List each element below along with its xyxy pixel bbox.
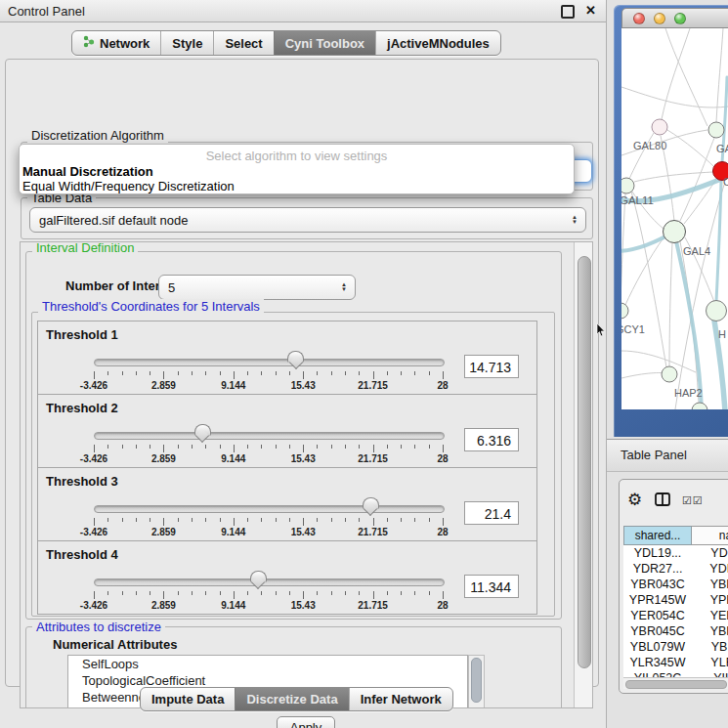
- slider-track[interactable]: [94, 505, 445, 513]
- table-row[interactable]: YDR27...YDR2: [623, 561, 728, 577]
- scale-label: -3.426: [80, 600, 107, 611]
- tick-mark: [150, 445, 150, 449]
- slider-scale: [94, 371, 443, 380]
- scrollbar-thumb[interactable]: [578, 256, 591, 668]
- tab-network[interactable]: Network: [72, 31, 160, 55]
- tick-mark: [192, 445, 193, 449]
- node[interactable]: [708, 122, 724, 138]
- num-intervals-combobox[interactable]: 5 ▲▼: [158, 275, 356, 300]
- tick-mark: [401, 371, 402, 375]
- slider-thumb[interactable]: [250, 571, 267, 582]
- scale-label: 28: [437, 453, 448, 464]
- table-data-combobox[interactable]: galFiltered.sif default node ▲▼: [29, 207, 586, 233]
- tick-mark: [414, 518, 415, 522]
- network-canvas[interactable]: GAL80 GA C GAL11 GAL4 GCY1 H HAP2: [621, 28, 728, 409]
- scrollbar-thumb[interactable]: [625, 680, 727, 689]
- tab-label: jActiveMNodules: [387, 36, 490, 51]
- table-cell: YBR045C: [623, 623, 692, 639]
- tick-mark: [429, 445, 430, 449]
- tick-mark: [192, 518, 193, 522]
- node-gal80[interactable]: [652, 119, 667, 135]
- threshold-label: Threshold 1: [46, 327, 118, 342]
- dropdown-option-equal-width[interactable]: Equal Width/Frequency Discretization: [22, 179, 235, 193]
- slider-thumb[interactable]: [363, 497, 379, 509]
- threshold-value[interactable]: 11.344: [464, 575, 519, 598]
- table-cell: YIL052C: [623, 670, 692, 677]
- tab-select[interactable]: Select: [213, 31, 273, 55]
- tick-mark: [192, 591, 193, 595]
- node-label: H: [718, 328, 726, 340]
- node-gal11[interactable]: [621, 178, 634, 193]
- tick-mark: [220, 445, 221, 449]
- node-gal4[interactable]: [664, 221, 686, 243]
- tick-mark: [150, 591, 150, 595]
- scale-label: 2.859: [151, 600, 176, 611]
- threshold-value[interactable]: 21.4: [464, 501, 519, 525]
- table-horizontal-scrollbar[interactable]: [623, 677, 728, 689]
- slider-track[interactable]: [94, 359, 445, 366]
- tick-mark: [359, 518, 360, 522]
- network-window-titlebar: [621, 8, 728, 28]
- attribute-item[interactable]: SelfLoops: [68, 656, 467, 672]
- tick-mark: [150, 518, 150, 522]
- close-icon[interactable]: ✕: [585, 3, 596, 18]
- tab-cyni-toolbox[interactable]: Cyni Toolbox: [274, 31, 375, 55]
- tab-infer-network[interactable]: Infer Network: [349, 688, 452, 710]
- node-gcy1[interactable]: [621, 303, 628, 319]
- tick-mark: [373, 371, 374, 379]
- dropdown-option-manual[interactable]: Manual Discretization: [22, 164, 153, 179]
- scrollbar-thumb[interactable]: [471, 658, 482, 703]
- columns-icon[interactable]: [655, 492, 670, 510]
- gear-icon[interactable]: ⚙: [627, 490, 642, 510]
- tab-discretize-data[interactable]: Discretize Data: [235, 688, 348, 710]
- table-row[interactable]: YBL079WYBL0: [623, 639, 728, 655]
- slider-track[interactable]: [94, 578, 445, 586]
- float-window-icon[interactable]: [561, 5, 575, 19]
- slider-track[interactable]: [94, 432, 445, 440]
- tick-mark: [401, 518, 402, 522]
- table-panel-card: ⚙ ☑☑ shared... na YDL19...YDL1YDR27...YD…: [619, 479, 728, 694]
- table-row[interactable]: YPR145WYPR1: [623, 592, 728, 608]
- node-hap2[interactable]: [662, 366, 677, 382]
- zoom-traffic-light[interactable]: [674, 13, 686, 24]
- close-traffic-light[interactable]: [633, 13, 645, 24]
- numerical-attributes-heading: Numerical Attributes: [53, 637, 177, 652]
- settings-scrollpane: Interval Definition Number of Intervals …: [20, 241, 593, 708]
- node-label: GCY1: [621, 323, 645, 335]
- table-row[interactable]: YBR045CYBR0: [623, 623, 728, 639]
- apply-button[interactable]: Apply: [277, 716, 335, 728]
- tab-impute-data[interactable]: Impute Data: [141, 688, 235, 710]
- tick-mark: [220, 371, 221, 375]
- table-row[interactable]: YLR345WYLR3: [623, 655, 728, 670]
- scale-label: 15.43: [291, 453, 316, 464]
- table-row[interactable]: YBR043CYBR0: [623, 577, 728, 592]
- table-cell: YDL1: [692, 545, 728, 561]
- minimize-traffic-light[interactable]: [654, 13, 665, 24]
- tab-label: Style: [172, 36, 202, 51]
- node[interactable]: [692, 403, 707, 409]
- scale-label: 21.715: [358, 527, 388, 537]
- settings-scrollbar[interactable]: [574, 242, 593, 707]
- checkbox-icons[interactable]: ☑☑: [682, 494, 704, 507]
- threshold-block: Threshold 3 -3.4262.8599.14415.4321.7152…: [37, 467, 537, 541]
- column-header-shared-name[interactable]: shared...: [623, 526, 692, 545]
- table-cell: YPR145W: [623, 592, 692, 608]
- node-label: GA: [716, 143, 728, 154]
- slider-thumb[interactable]: [287, 351, 304, 363]
- tab-style[interactable]: Style: [160, 31, 213, 55]
- tab-jactivemnodules[interactable]: jActiveMNodules: [375, 31, 500, 55]
- tick-mark: [289, 591, 290, 595]
- table-row[interactable]: YIL052CYIL0: [623, 670, 728, 677]
- table-row[interactable]: YDL19...YDL1: [623, 545, 728, 561]
- table-cell: YIL0: [692, 670, 728, 677]
- slider-thumb[interactable]: [194, 424, 211, 436]
- threshold-value[interactable]: 6.316: [464, 428, 519, 451]
- column-header-name[interactable]: na: [692, 526, 728, 545]
- tick-mark: [387, 518, 388, 522]
- table-row[interactable]: YER054CYER0: [623, 608, 728, 623]
- node[interactable]: [707, 301, 727, 321]
- threshold-value[interactable]: 14.713: [464, 355, 519, 378]
- tick-mark: [345, 518, 346, 522]
- attribute-list-scrollbar[interactable]: [468, 655, 485, 708]
- table-cell: YLR345W: [623, 655, 692, 670]
